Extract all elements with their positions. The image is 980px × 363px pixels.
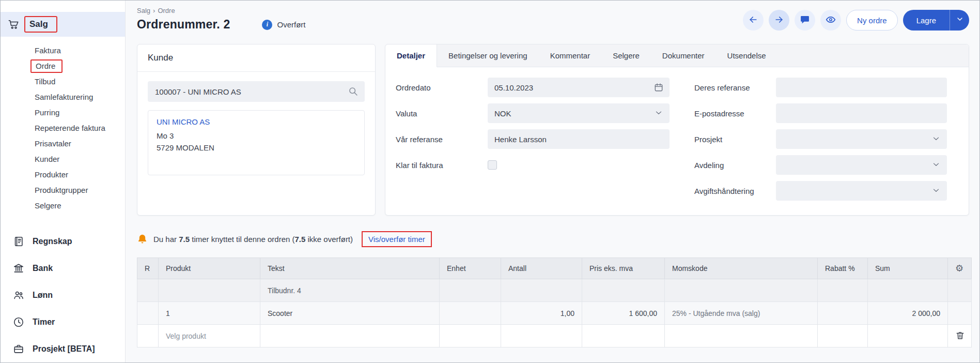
customer-card: Kunde UNI MICRO AS Mo 3 5729 MODALEN	[137, 44, 376, 216]
tab-detaljer[interactable]: Detaljer	[385, 44, 437, 67]
info-icon[interactable]: i	[262, 20, 272, 30]
epostadresse-label: E-postadresse	[694, 109, 776, 118]
prosjekt-select[interactable]	[776, 129, 947, 149]
sidebar-item-kunder[interactable]: Kunder	[1, 152, 125, 167]
sidebar-item-timer[interactable]: Timer	[1, 309, 125, 336]
breadcrumb-salg[interactable]: Salg	[137, 7, 150, 14]
cell-enhet[interactable]	[440, 302, 501, 325]
velg-produkt-cell[interactable]: Velg produkt	[159, 325, 260, 347]
cell-tekst[interactable]: Scooter	[260, 302, 440, 325]
cell-antall[interactable]	[501, 279, 582, 302]
tab-kommentar[interactable]: Kommentar	[539, 44, 602, 67]
sidebar-sections: Regnskap Bank Lønn Timer	[1, 228, 125, 362]
cell-tekst[interactable]: Tilbudnr. 4	[260, 279, 440, 302]
cell-r[interactable]	[137, 302, 159, 325]
klar-til-faktura-label: Klar til faktura	[396, 161, 488, 170]
cell-pris[interactable]: 1 600,00	[582, 302, 665, 325]
cell-produkt[interactable]: 1	[159, 302, 260, 325]
details-form: Ordredato Valuta NOK	[385, 67, 969, 201]
new-order-button[interactable]: Ny ordre	[846, 10, 898, 31]
sidebar-item-lonn-label: Lønn	[33, 291, 53, 300]
cell-momskode[interactable]	[665, 325, 818, 347]
project-briefcase-icon	[13, 343, 24, 355]
tab-selgere[interactable]: Selgere	[601, 44, 651, 67]
cell-sum[interactable]: 2 000,00	[868, 302, 948, 325]
sidebar-item-bank[interactable]: Bank	[1, 255, 125, 282]
next-order-button[interactable]	[769, 10, 789, 31]
sidebar-item-lonn[interactable]: Lønn	[1, 282, 125, 309]
ordredato-input[interactable]	[488, 78, 670, 97]
cell-pris[interactable]	[582, 325, 665, 347]
cell-sum[interactable]	[868, 279, 948, 302]
cell-sum[interactable]	[868, 325, 948, 347]
chevron-down-icon	[931, 186, 941, 196]
valuta-select[interactable]: NOK	[488, 103, 670, 123]
avgiftshandtering-label: Avgiftshåndtering	[694, 187, 776, 195]
sidebar-item-regnskap-label: Regnskap	[33, 237, 72, 246]
view-transfer-hours-link[interactable]: Vis/overfør timer	[368, 235, 425, 244]
preview-button[interactable]	[820, 10, 841, 31]
column-header-r: R	[137, 258, 159, 279]
tab-dokumenter[interactable]: Dokumenter	[651, 44, 716, 67]
cell-rabatt[interactable]	[818, 302, 868, 325]
sidebar-item-produktgrupper[interactable]: Produktgrupper	[1, 183, 125, 198]
deres-referanse-label: Deres referanse	[694, 83, 776, 92]
sidebar-item-faktura[interactable]: Faktura	[1, 43, 125, 58]
delete-row-cell	[948, 325, 972, 347]
cell-momskode[interactable]: 25% - Utgående mva (salg)	[665, 302, 818, 325]
sidebar-item-selgere[interactable]: Selgere	[1, 198, 125, 214]
klar-til-faktura-checkbox[interactable]	[488, 160, 497, 170]
save-button[interactable]: Lagre	[903, 10, 950, 31]
comments-button[interactable]	[795, 10, 815, 31]
cell-r[interactable]	[137, 279, 159, 302]
cell-rabatt[interactable]	[818, 279, 868, 302]
deres-referanse-input[interactable]	[776, 78, 947, 97]
cell-produkt[interactable]	[159, 279, 260, 302]
tab-betingelser-og-levering[interactable]: Betingelser og levering	[437, 44, 539, 67]
sidebar-item-prosjekt-label: Prosjekt [BETA]	[33, 344, 95, 354]
cell-enhet[interactable]	[440, 279, 501, 302]
var-referanse-input[interactable]	[488, 129, 670, 149]
sidebar-item-ordre[interactable]: Ordre	[1, 58, 125, 74]
topbar: Salg›Ordre Ordrenummer. 2 i Overført	[137, 7, 969, 32]
eye-icon	[826, 14, 836, 26]
annotation-box-timer-link: Vis/overfør timer	[362, 231, 432, 247]
cell-momskode[interactable]	[665, 279, 818, 302]
sidebar-item-prisavtaler[interactable]: Prisavtaler	[1, 136, 125, 152]
sidebar-item-regnskap[interactable]: Regnskap	[1, 228, 125, 255]
epostadresse-input[interactable]	[776, 103, 947, 123]
column-header-settings: ⚙	[948, 258, 972, 279]
cards-row: Kunde UNI MICRO AS Mo 3 5729 MODALEN	[137, 44, 969, 216]
sidebar-item-purring[interactable]: Purring	[1, 105, 125, 120]
sidebar-item-samlefakturering[interactable]: Samlefakturering	[1, 89, 125, 105]
customer-address-line1: Mo 3	[157, 130, 356, 142]
sidebar-item-produkter[interactable]: Produkter	[1, 167, 125, 183]
sidebar-item-tilbud[interactable]: Tilbud	[1, 74, 125, 89]
cell-antall[interactable]: 1,00	[501, 302, 582, 325]
save-dropdown-toggle[interactable]	[950, 10, 969, 31]
customer-search-input[interactable]	[148, 81, 365, 102]
sidebar-item-prosjekt[interactable]: Prosjekt [BETA]	[1, 336, 125, 362]
search-icon[interactable]	[348, 86, 359, 97]
gear-icon[interactable]: ⚙	[955, 263, 963, 274]
warning-text: Du har 7.5 timer knyttet til denne ordre…	[153, 235, 353, 244]
var-referanse-label: Vår referanse	[396, 135, 488, 144]
cell-pris[interactable]	[582, 279, 665, 302]
trash-icon[interactable]	[955, 334, 965, 342]
avgiftshandtering-select[interactable]	[776, 181, 947, 201]
cell-enhet[interactable]	[440, 325, 501, 347]
arrow-right-icon	[774, 14, 784, 26]
cell-rabatt[interactable]	[818, 325, 868, 347]
avdeling-select[interactable]	[776, 155, 947, 175]
cell-antall[interactable]	[501, 325, 582, 347]
previous-order-button[interactable]	[743, 10, 764, 31]
breadcrumb-ordre[interactable]: Ordre	[158, 7, 175, 14]
sidebar-item-repeterende-faktura[interactable]: Repeterende faktura	[1, 120, 125, 136]
sidebar-item-salg[interactable]: Salg	[1, 12, 125, 37]
cell-r[interactable]	[137, 325, 159, 347]
hours-warning: Du har 7.5 timer knyttet til denne ordre…	[137, 231, 969, 247]
cell-tekst[interactable]	[260, 325, 440, 347]
customer-name-link[interactable]: UNI MICRO AS	[157, 117, 356, 126]
column-header-pris: Pris eks. mva	[582, 258, 665, 279]
tab-utsendelse[interactable]: Utsendelse	[716, 44, 777, 67]
